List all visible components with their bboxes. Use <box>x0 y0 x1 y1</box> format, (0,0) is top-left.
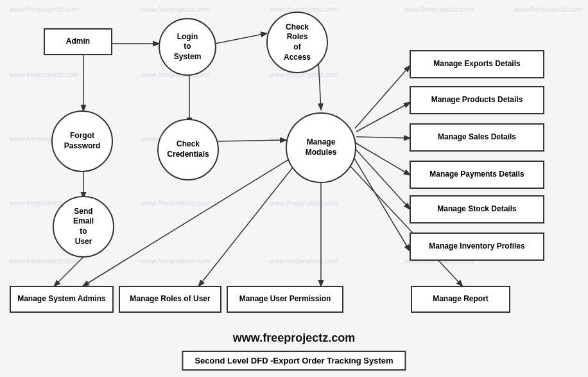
watermark-6: www.freeprojectz.com <box>10 71 79 78</box>
watermark-1: www.freeprojectz.com <box>10 5 79 13</box>
svg-line-3 <box>215 33 266 44</box>
manage-stock-node: Manage Stock Details <box>410 195 544 224</box>
watermark-19: www.freeprojectz.com <box>141 257 211 265</box>
watermark-2: www.freeprojectz.com <box>141 5 211 13</box>
check-credentials-node: Check Credentials <box>157 119 219 180</box>
svg-line-5 <box>218 140 286 141</box>
watermark-18: www.freeprojectz.com <box>10 257 79 265</box>
login-node: Login to System <box>159 18 216 76</box>
site-label: www.freeprojectz.com <box>233 331 355 345</box>
manage-sales-node: Manage Sales Details <box>410 123 544 152</box>
watermark-15: www.freeprojectz.com <box>141 199 211 207</box>
manage-exports-node: Manage Exports Details <box>410 50 544 78</box>
svg-line-15 <box>199 156 302 286</box>
manage-system-admins-node: Manage System Admins <box>10 286 114 313</box>
manage-modules-node: Manage Modules <box>286 112 356 183</box>
manage-report-node: Manage Report <box>411 286 510 313</box>
watermark-3: www.freeprojectz.com <box>270 5 339 13</box>
watermark-4: www.freeprojectz.com <box>404 5 474 13</box>
manage-products-node: Manage Products Details <box>410 86 544 114</box>
svg-line-12 <box>353 146 410 209</box>
watermark-20: www.freeprojectz.com <box>270 257 339 265</box>
check-roles-node: Check Roles of Access <box>266 12 328 73</box>
footer-title: Second Level DFD -Export Order Tracking … <box>182 351 406 371</box>
manage-roles-node: Manage Roles of User <box>119 286 221 313</box>
watermark-5: www.freeprojectz.com <box>514 5 583 13</box>
watermark-16: www.freeprojectz.com <box>270 199 339 207</box>
svg-line-9 <box>356 103 410 132</box>
manage-inventory-node: Manage Inventory Profiles <box>410 232 544 261</box>
manage-user-permission-node: Manage User Permission <box>227 286 343 313</box>
send-email-node: Send Email to User <box>53 196 114 258</box>
svg-line-8 <box>355 66 410 128</box>
svg-line-10 <box>356 137 410 138</box>
forgot-password-node: Forgot Password <box>51 110 113 172</box>
svg-line-13 <box>350 151 410 250</box>
svg-line-11 <box>355 143 410 175</box>
admin-node: Admin <box>44 28 112 55</box>
manage-payments-node: Manage Payments Details <box>410 161 544 189</box>
